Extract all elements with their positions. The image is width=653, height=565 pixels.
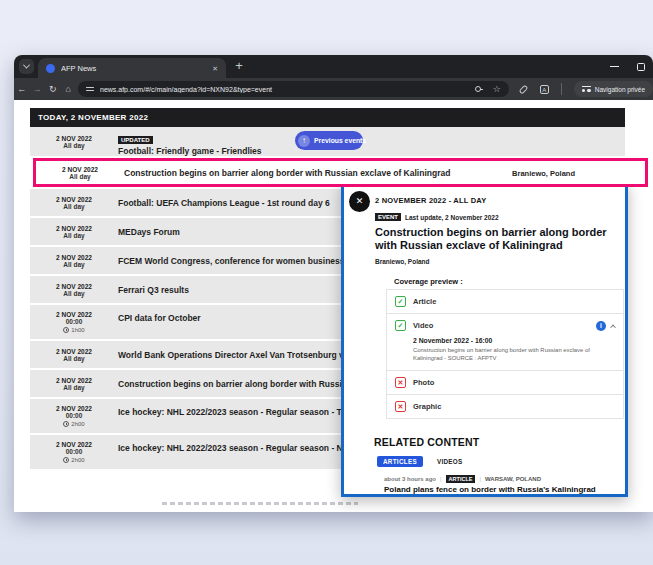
coverage-list: ✓ Article ✓ Video i 2 November 2022 - 16… <box>386 289 624 419</box>
incognito-label: Navigation privée <box>595 86 645 93</box>
toolbar-actions: A Navigation privée <box>519 81 653 97</box>
chevron-down-icon <box>23 62 30 69</box>
incognito-icon <box>582 86 591 92</box>
translate-icon[interactable]: A <box>540 85 549 94</box>
event-date: 2 NOV 2022 <box>30 283 118 290</box>
event-time: All day <box>30 261 118 268</box>
related-item-meta: about 3 hours ago | ARTICLE | WARSAW, PO… <box>384 475 541 483</box>
close-icon[interactable]: ✕ <box>349 191 370 212</box>
event-location: Braniewo, Poland <box>512 168 575 177</box>
event-time: All day <box>30 384 118 391</box>
event-date-cell: 2 NOV 2022 00:00 2h00 <box>30 441 118 463</box>
reload-icon[interactable]: ↻ <box>45 84 61 94</box>
site-favicon-icon <box>46 64 55 73</box>
passwords-icon[interactable] <box>475 85 483 93</box>
event-time: All day <box>30 290 118 297</box>
event-date-cell: 2 NOV 2022 All day <box>30 135 118 149</box>
event-date-cell: 2 NOV 2022 All day <box>36 166 124 180</box>
page-content: TODAY, 2 NOVEMBER 2022 2 NOV 2022 All da… <box>14 100 653 512</box>
event-date: 2 NOV 2022 <box>30 405 118 412</box>
panel-event-line: EVENT Last update, 2 November 2022 <box>375 213 499 221</box>
event-time: 00:00 <box>30 412 118 419</box>
home-icon[interactable]: ⌂ <box>61 84 77 94</box>
time-ago: about 3 hours ago <box>384 476 436 482</box>
coverage-label: Photo <box>413 378 615 387</box>
coverage-controls: i <box>596 321 615 331</box>
event-date: 2 NOV 2022 <box>30 377 118 384</box>
check-icon: ✓ <box>395 320 406 331</box>
event-time: All day <box>30 142 118 149</box>
info-icon[interactable]: i <box>596 321 606 331</box>
link-icon[interactable] <box>518 84 528 94</box>
tab-search-button[interactable] <box>19 59 34 74</box>
clock-icon <box>63 457 69 463</box>
clipped-page-text <box>162 502 358 505</box>
event-date: 2 NOV 2022 <box>30 348 118 355</box>
new-tab-button[interactable]: + <box>232 59 246 73</box>
cross-icon: ✕ <box>395 377 406 388</box>
event-badge: EVENT <box>375 213 401 221</box>
clock-icon <box>63 327 69 333</box>
url-bar[interactable]: news.afp.com/#/c/main/agenda?id=NXN92&ty… <box>78 81 509 97</box>
browser-tab[interactable]: AFP News ✕ <box>38 58 226 78</box>
bookmark-star-icon[interactable]: ☆ <box>493 85 501 94</box>
forward-icon[interactable]: → <box>30 84 46 94</box>
back-icon[interactable]: ← <box>14 84 30 94</box>
event-date-cell: 2 NOV 2022 All day <box>30 196 118 210</box>
toolbar-divider <box>561 83 562 95</box>
incognito-badge: Navigation privée <box>574 81 653 97</box>
event-date-cell: 2 NOV 2022 00:00 1h00 <box>30 311 118 333</box>
coverage-preview-label: Coverage preview : <box>394 277 463 286</box>
coverage-item-head[interactable]: ✓ Article <box>387 290 623 313</box>
panel-date-header: 2 NOVEMBER 2022 - ALL DAY <box>375 196 486 205</box>
browser-toolbar: ← → ↻ ⌂ news.afp.com/#/c/main/agenda?id=… <box>14 78 653 100</box>
coverage-item-head[interactable]: ✕ Photo <box>387 371 623 394</box>
event-date-cell: 2 NOV 2022 All day <box>30 225 118 239</box>
event-date: 2 NOV 2022 <box>30 311 118 318</box>
event-date: 2 NOV 2022 <box>36 166 124 173</box>
event-row[interactable]: 2 NOV 2022 All day Construction begins o… <box>33 158 648 187</box>
event-date-cell: 2 NOV 2022 All day <box>30 283 118 297</box>
site-info-icon[interactable] <box>86 85 94 93</box>
event-time: All day <box>30 203 118 210</box>
event-duration: 2h00 <box>30 421 118 427</box>
event-date: 2 NOV 2022 <box>30 135 118 142</box>
minimize-icon[interactable] <box>610 66 619 67</box>
coverage-item-head[interactable]: ✓ Video i <box>387 314 623 337</box>
coverage-item[interactable]: ✕ Photo <box>387 370 623 394</box>
event-date-cell: 2 NOV 2022 00:00 2h00 <box>30 405 118 427</box>
previous-events-button[interactable]: ↑ Previous events <box>295 131 363 150</box>
event-date: 2 NOV 2022 <box>30 196 118 203</box>
url-text: news.afp.com/#/c/main/agenda?id=NXN92&ty… <box>100 86 475 93</box>
coverage-item[interactable]: ✓ Article <box>387 290 623 313</box>
panel-title: Construction begins on barrier along bor… <box>375 226 627 252</box>
coverage-label: Graphic <box>413 402 615 411</box>
arrow-up-icon: ↑ <box>298 135 310 147</box>
coverage-label: Article <box>413 297 615 306</box>
tab-title: AFP News <box>61 64 212 73</box>
event-time: 00:00 <box>30 318 118 325</box>
related-item-title[interactable]: Poland plans fence on border with Russia… <box>384 485 596 494</box>
clock-icon <box>63 421 69 427</box>
event-date: 2 NOV 2022 <box>30 441 118 448</box>
tab-videos[interactable]: VIDEOS <box>437 458 463 465</box>
updated-badge: UPDATED <box>118 136 153 144</box>
event-time: All day <box>36 173 124 180</box>
coverage-item[interactable]: ✕ Graphic <box>387 394 623 418</box>
event-duration: 1h00 <box>30 327 118 333</box>
tab-articles[interactable]: ARTICLES <box>377 456 423 467</box>
chevron-up-icon[interactable] <box>610 324 616 330</box>
coverage-item[interactable]: ✓ Video i 2 November 2022 - 16:00 Constr… <box>387 313 623 370</box>
related-item-location: WARSAW, POLAND <box>485 476 541 482</box>
event-date: 2 NOV 2022 <box>30 225 118 232</box>
coverage-item-head[interactable]: ✕ Graphic <box>387 395 623 418</box>
maximize-icon[interactable] <box>637 63 645 71</box>
event-date: 2 NOV 2022 <box>30 254 118 261</box>
cross-icon: ✕ <box>395 401 406 412</box>
tab-close-icon[interactable]: ✕ <box>212 65 218 72</box>
event-date-cell: 2 NOV 2022 All day <box>30 377 118 391</box>
browser-tab-bar: AFP News ✕ + <box>14 55 653 78</box>
browser-window: AFP News ✕ + ← → ↻ ⌂ news.afp.com/#/c/ma… <box>14 55 653 512</box>
coverage-label: Video <box>413 321 596 330</box>
event-duration: 2h00 <box>30 457 118 463</box>
